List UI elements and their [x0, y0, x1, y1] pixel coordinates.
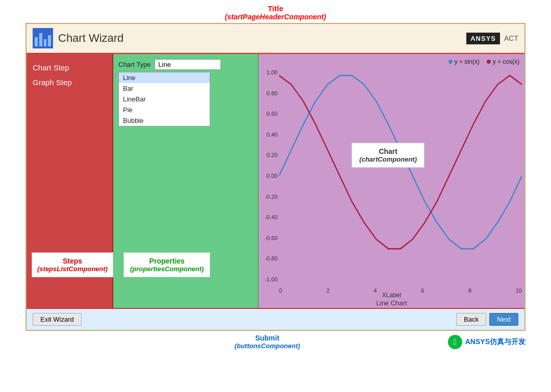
steps-ann-component: (stepsListComponent) — [37, 265, 108, 273]
footer-center: Back Next — [456, 313, 518, 326]
submit-ann-component: (buttonsComponent) — [235, 342, 300, 350]
legend-sin: y = sin(x) — [448, 58, 480, 65]
dropdown-list: Line Bar LineBar Pie Bubble — [118, 72, 210, 126]
wizard-header-left: Chart Wizard — [33, 28, 123, 48]
chart-ann-component: (chartComponent) — [359, 155, 417, 163]
properties-panel: Chart Type Line Bar LineBar Pie Bubble L… — [113, 54, 259, 308]
wechat-badge:  ANSYS仿真与开发 — [448, 335, 525, 349]
steps-panel: Chart Step Graph Step Steps (stepsListCo… — [27, 54, 113, 308]
chart-type-select[interactable]: Line Bar LineBar Pie Bubble — [155, 59, 221, 70]
icon-bar-2 — [39, 33, 42, 46]
chart-type-label: Chart Type — [118, 61, 151, 68]
chart-title-bottom: Line Chart — [377, 299, 407, 307]
top-annotation-area: Title (startPageHeaderComponent) — [0, 0, 551, 23]
chart-svg — [279, 69, 522, 282]
chart-svg-area — [279, 69, 522, 282]
chart-annotation: Chart (chartComponent) — [352, 143, 424, 168]
chart-xlabel: XLabel — [382, 292, 401, 299]
exit-wizard-button[interactable]: Exit Wizard — [33, 313, 82, 326]
dropdown-item-bubble[interactable]: Bubble — [119, 115, 210, 126]
legend-cos: y = cos(x) — [487, 58, 519, 65]
legend-sin-label: y = sin(x) — [455, 58, 480, 65]
dropdown-item-bar[interactable]: Bar — [119, 83, 210, 94]
icon-bar-1 — [35, 37, 38, 46]
submit-ann-title: Submit — [235, 334, 300, 342]
chart-wizard-icon — [33, 28, 53, 48]
wizard-container: Chart Wizard ANSYS ACT Chart Step Graph … — [26, 23, 525, 331]
properties-ann-component: (propertiesComponent) — [130, 265, 204, 273]
next-button[interactable]: Next — [489, 313, 518, 326]
chart-legend: y = sin(x) y = cos(x) — [448, 58, 519, 65]
chart-panel: y = sin(x) y = cos(x) 1.00 0.80 0.60 0.4… — [259, 54, 524, 308]
legend-cos-label: y = cos(x) — [493, 58, 519, 65]
dropdown-item-line[interactable]: Line — [119, 72, 210, 83]
bottom-row: Submit (buttonsComponent)  ANSYS仿真与开发 — [0, 331, 551, 353]
wizard-footer: Exit Wizard Back Next — [27, 308, 524, 330]
wizard-title: Chart Wizard — [58, 32, 123, 45]
icon-bar-4 — [48, 35, 51, 46]
chart-type-select-wrapper[interactable]: Line Bar LineBar Pie Bubble — [155, 59, 221, 70]
legend-cos-dot — [487, 60, 491, 64]
act-label: ACT — [504, 34, 518, 42]
wizard-header: Chart Wizard ANSYS ACT — [27, 24, 524, 53]
page-title-component: (startPageHeaderComponent) — [0, 13, 551, 21]
dropdown-item-linebar[interactable]: LineBar — [119, 94, 210, 104]
chart-type-row: Chart Type Line Bar LineBar Pie Bubble — [118, 59, 253, 70]
page-title-label: Title — [0, 4, 551, 13]
wizard-body: Chart Step Graph Step Steps (stepsListCo… — [27, 53, 524, 308]
y-axis-labels: 1.00 0.80 0.60 0.40 0.20 0.00 -0.20 -0.4… — [261, 69, 278, 282]
icon-bar-3 — [44, 39, 47, 46]
properties-annotation: Properties (propertiesComponent) — [123, 252, 210, 277]
back-button[interactable]: Back — [456, 313, 486, 326]
step-graph[interactable]: Graph Step — [31, 75, 108, 90]
wechat-icon:  — [448, 335, 462, 349]
header-logo-area: ANSYS ACT — [466, 33, 518, 44]
chart-ann-title: Chart — [359, 147, 417, 155]
steps-annotation: Steps (stepsListComponent) — [32, 252, 113, 277]
legend-sin-dot — [448, 60, 453, 64]
properties-ann-title: Properties — [130, 257, 204, 265]
submit-annotation: Submit (buttonsComponent) — [235, 334, 300, 350]
ansys-wechat-label: ANSYS仿真与开发 — [465, 337, 525, 347]
footer-left: Exit Wizard — [33, 313, 82, 326]
steps-ann-title: Steps — [37, 257, 108, 265]
step-chart[interactable]: Chart Step — [31, 60, 108, 75]
ansys-logo: ANSYS — [466, 33, 500, 44]
dropdown-item-pie[interactable]: Pie — [119, 104, 210, 115]
